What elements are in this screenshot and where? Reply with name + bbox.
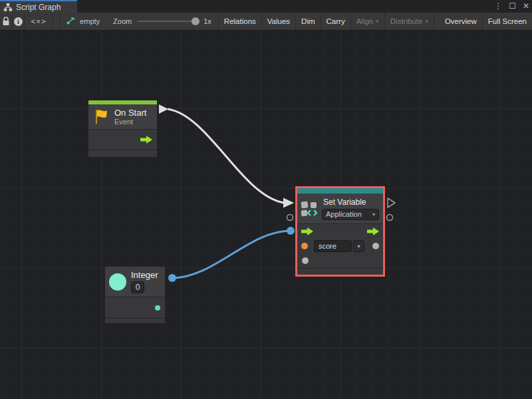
info-button[interactable]: i (13, 13, 25, 30)
value-output-port[interactable] (372, 243, 379, 249)
flow-input-arrow-icon[interactable] (301, 227, 313, 235)
graph-pointer-indicator: empty (61, 13, 106, 30)
variable-name-field[interactable]: score (314, 240, 352, 252)
zoom-control: Zoom 1x (106, 13, 219, 30)
connection-layer (0, 31, 532, 399)
integer-value-input[interactable]: 0 (131, 281, 144, 293)
values-button[interactable]: Values (262, 13, 296, 30)
integer-footer (105, 318, 165, 323)
variable-name-port[interactable] (301, 243, 308, 249)
value-input-port[interactable] (302, 257, 309, 264)
toolbar-buttons: Relations Values Dim Carry Align ▾ Distr… (219, 13, 532, 30)
node-title: Integer (131, 270, 158, 280)
graph-canvas[interactable]: On Start Event Set Variable A (0, 31, 532, 399)
fullscreen-button[interactable]: Full Screen (483, 13, 532, 30)
set-variable-footer (297, 268, 383, 275)
on-start-footer (88, 150, 157, 157)
flow-wire-start-arrow[interactable] (159, 104, 168, 114)
chevron-down-icon: ▾ (357, 243, 360, 249)
carry-button[interactable]: Carry (321, 13, 351, 30)
relations-button[interactable]: Relations (219, 13, 262, 30)
value-wire-start-dot[interactable] (168, 274, 176, 282)
flow-output-arrow-icon[interactable] (140, 136, 152, 144)
integer-output-port[interactable] (155, 305, 160, 311)
set-variable-icon (301, 200, 319, 217)
chevron-down-icon: ▾ (372, 211, 375, 217)
node-on-start[interactable]: On Start Event (88, 100, 158, 158)
flow-wire[interactable] (168, 109, 284, 203)
toolbar-divider (53, 13, 61, 30)
variable-colorbar (297, 188, 383, 194)
zoom-slider-handle[interactable] (192, 17, 200, 25)
window-tab-bar: Script Graph ⋮ ☐ ✕ (0, 0, 532, 13)
node-subtitle: Event (114, 118, 146, 126)
lock-icon (2, 17, 10, 26)
window-close-icon[interactable]: ✕ (523, 0, 529, 13)
tab-script-graph[interactable]: Script Graph (0, 0, 77, 13)
variable-name-dropdown-button[interactable]: ▾ (353, 240, 364, 252)
node-integer[interactable]: Integer 0 (104, 266, 166, 324)
chevron-down-icon: ▾ (376, 18, 379, 25)
align-dropdown-button[interactable]: Align ▾ (351, 13, 385, 30)
on-start-body (88, 130, 157, 150)
set-variable-body: score ▾ (297, 224, 383, 268)
zoom-slider[interactable] (137, 21, 198, 22)
value-wire[interactable] (172, 231, 291, 278)
variable-scope-dropdown[interactable]: Application ▾ (322, 209, 379, 220)
distribute-dropdown-button[interactable]: Distribute ▾ (385, 13, 434, 30)
value-output-port-circle[interactable] (387, 215, 393, 221)
integer-body (105, 297, 165, 318)
zoom-label: Zoom (113, 17, 132, 25)
node-title: On Start (114, 108, 146, 118)
value-wire-end-dot[interactable] (287, 227, 295, 235)
value-input-port-circle[interactable] (287, 215, 293, 221)
integer-type-icon (109, 273, 126, 291)
code-icon: <×> (31, 17, 46, 25)
code-view-button[interactable]: <×> (25, 13, 53, 30)
integer-header[interactable]: Integer 0 (105, 267, 165, 297)
chevron-down-icon: ▾ (425, 18, 428, 25)
graph-pointer-icon (66, 17, 76, 26)
on-start-header[interactable]: On Start Event (88, 104, 157, 130)
window-controls: ⋮ ☐ ✕ (494, 0, 529, 13)
lock-button[interactable] (0, 13, 13, 30)
graph-toolbar: i <×> empty Zoom 1x Relations Values Dim… (0, 13, 532, 31)
node-title: Set Variable (322, 198, 379, 207)
flow-output-arrow-icon[interactable] (367, 227, 379, 235)
graph-hierarchy-icon (3, 3, 13, 12)
flag-icon (94, 108, 108, 125)
window-menu-icon[interactable]: ⋮ (494, 0, 502, 13)
flow-wire-end-arrow[interactable] (283, 198, 294, 208)
graph-pointer-label: empty (80, 17, 100, 25)
window-maximize-icon[interactable]: ☐ (509, 0, 516, 13)
dim-button[interactable]: Dim (296, 13, 321, 30)
zoom-value: 1x (203, 17, 211, 25)
flow-output-port-triangle[interactable] (388, 198, 395, 207)
tab-title: Script Graph (16, 3, 61, 12)
set-variable-header[interactable]: Set Variable Application ▾ (297, 194, 383, 224)
info-icon: i (14, 17, 23, 26)
node-set-variable[interactable]: Set Variable Application ▾ score (295, 186, 385, 277)
overview-button[interactable]: Overview (440, 13, 483, 30)
